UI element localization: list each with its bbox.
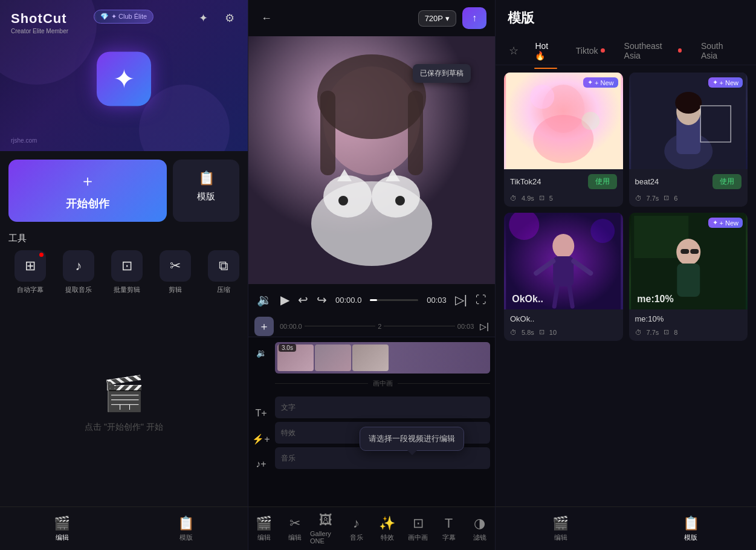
svg-line-30 [554,286,557,306]
text-add-icon[interactable]: T+ [253,403,269,424]
tool-extract-music[interactable]: ♪ 提取音乐 [57,250,100,294]
tab-hot-label: Hot🔥 [535,41,556,60]
nav-template-left[interactable]: 📋 模版 [124,511,248,547]
svg-point-10 [338,196,348,205]
pip-mid-label: 画中画 [408,533,428,542]
nav-edit-mid[interactable]: 🎬 编辑 [248,511,279,547]
beat24-duration: 7.7s [647,195,659,202]
saved-tooltip: 已保存到草稿 [413,64,471,83]
filter-mid-label: 滤镜 [473,533,486,542]
clock-icon-b24: ⏱ [635,195,642,202]
undo-button[interactable]: ↩ [298,293,308,307]
scissors-icon: ✂ [170,258,181,274]
nav-edit-right[interactable]: 🎬 编辑 [496,511,626,547]
auto-caption-label: 自动字幕 [17,285,44,294]
svg-point-6 [323,175,372,218]
tab-southeast-asia-label: Southeast Asia [624,41,676,60]
edit-mid-label: 编辑 [257,533,271,542]
nav-music-mid[interactable]: ♪ 音乐 [341,511,372,547]
nav-pip-mid[interactable]: ⊡ 画中画 [402,511,433,547]
middle-panel: ← 720P ▾ ↑ [248,0,496,550]
loop-button[interactable]: ▷| [455,293,467,307]
beat24-use-button[interactable]: 使用 [712,174,741,189]
nav-edit-left[interactable]: 🎬 编辑 [0,511,124,547]
text-track[interactable]: 文字 [275,396,490,418]
nav-effects-mid[interactable]: ✨ 特效 [372,511,402,547]
middle-top-bar: ← 720P ▾ ↑ [248,0,495,36]
okok-name: OkOk.. [510,314,534,323]
sparkle-icon[interactable]: ✦ [195,10,212,27]
music-add-icon[interactable]: ♪+ [253,453,269,475]
saved-tooltip-text: 已保存到草稿 [420,69,464,77]
play-button[interactable]: ▶ [280,293,289,307]
okok-duration: 5.8s [522,329,534,336]
nav-subtitle-mid[interactable]: T 字幕 [433,511,464,547]
timeline-tracks-container: 🔉 T+ ⚡+ ♪+ 3.0s [248,337,495,506]
center-track-label: 画中画 [373,379,393,388]
export-button[interactable]: ↑ [462,7,486,29]
nav-gallery-one[interactable]: 🖼 Gallery ONE [310,508,341,549]
template-card-okok[interactable]: OkOk.. OkOk.. ⏱ 5.8s ⊡ 10 [504,213,623,341]
redo-button[interactable]: ↪ [317,293,327,307]
timeline-progress [370,299,377,301]
edit-nav-icon: 🎬 [54,516,70,531]
watermark: rjshe.com [11,137,37,144]
effects-add-icon[interactable]: ⚡+ [253,428,269,450]
tool-auto-caption[interactable]: ⊞ 自动字幕 [8,250,52,294]
back-button[interactable]: ← [257,8,276,28]
tiktok24-name: TikTok24 [510,177,541,186]
tab-southeast-asia[interactable]: Southeast Asia [616,37,690,64]
tab-tiktok-label: Tiktok [576,46,598,56]
nav-filter-mid[interactable]: ◑ 滤镜 [464,511,495,547]
settings-icon[interactable]: ⚙ [221,10,238,27]
svg-line-31 [569,286,572,306]
svg-rect-39 [690,249,699,254]
tool-batch-edit[interactable]: ⊡ 批量剪辑 [105,250,149,294]
template-thumb-me10: me:10% ✦ + New [629,213,748,309]
bottom-nav-left: 🎬 编辑 📋 模版 [0,506,248,550]
nav-editor-mid[interactable]: ✂ 编辑 [279,511,310,547]
timeline-end-button[interactable]: ▷| [480,322,489,331]
tab-south-asia[interactable]: South Asia [693,37,746,64]
tool-edit[interactable]: ✂ 剪辑 [153,250,197,294]
create-button[interactable]: ＋ 开始创作 [8,160,167,222]
okok-svg: OkOk.. [504,213,623,309]
music-extract-icon: ♪ [76,258,82,274]
tool-compress[interactable]: ⧉ 压缩 [202,250,239,294]
template-button[interactable]: 📋 模版 [173,160,239,222]
logo-box: ✦ [97,51,151,106]
clip-icon-ok: ⊡ [539,328,544,336]
svg-point-21 [675,92,702,114]
me10-new-badge: ✦ + New [708,218,743,228]
timeline-bar[interactable] [370,299,418,301]
ruler-time-start: 00:00.0 [280,323,302,330]
tab-tiktok[interactable]: Tiktok [567,42,613,59]
add-clip-button[interactable]: ＋ [254,317,274,336]
fullscreen-button[interactable]: ⛶ [476,294,486,306]
favorites-button[interactable]: ☆ [505,42,522,60]
template-card-me10[interactable]: me:10% ✦ + New me:10% ⏱ 7.7s ⊡ 8 [629,213,748,341]
tab-hot[interactable]: Hot🔥 [526,37,564,64]
track-icons: 🔉 T+ ⚡+ ♪+ [253,342,270,502]
svg-rect-37 [677,264,700,297]
app-name: ShotCut [11,11,68,27]
me10-duration: 7.7s [647,329,659,336]
video-track[interactable]: 3.0s [275,342,490,374]
nav-template-right[interactable]: 📋 模版 [626,511,757,547]
beat24-info: beat24 使用 [629,169,748,194]
template-card-beat24[interactable]: ✦ + New beat24 使用 ⏱ 7.7s ⊡ 6 [629,73,748,207]
svg-rect-27 [553,256,573,286]
timeline-ruler: 00:00.0 2 00:03 [280,323,474,330]
tools-grid: ⊞ 自动字幕 ♪ 提取音乐 ⊡ 批量剪辑 ✂ [8,250,239,294]
beat24-new-label: + New [720,79,739,86]
template-card-tiktok24[interactable]: ✦ + New TikTok24 使用 ⏱ 4.9s ⊡ 5 [504,73,623,207]
quality-button[interactable]: 720P ▾ [418,10,456,27]
volume-button[interactable]: 🔉 [257,293,272,307]
svg-text:OkOk..: OkOk.. [512,294,543,304]
editor-mid-icon: ✂ [289,516,300,531]
music-mid-icon: ♪ [353,516,360,531]
template-thumb-beat24: ✦ + New [629,73,748,169]
clip-icon-b24: ⊡ [664,194,669,202]
time-total: 00:03 [427,296,447,305]
tiktok24-use-button[interactable]: 使用 [588,174,617,189]
